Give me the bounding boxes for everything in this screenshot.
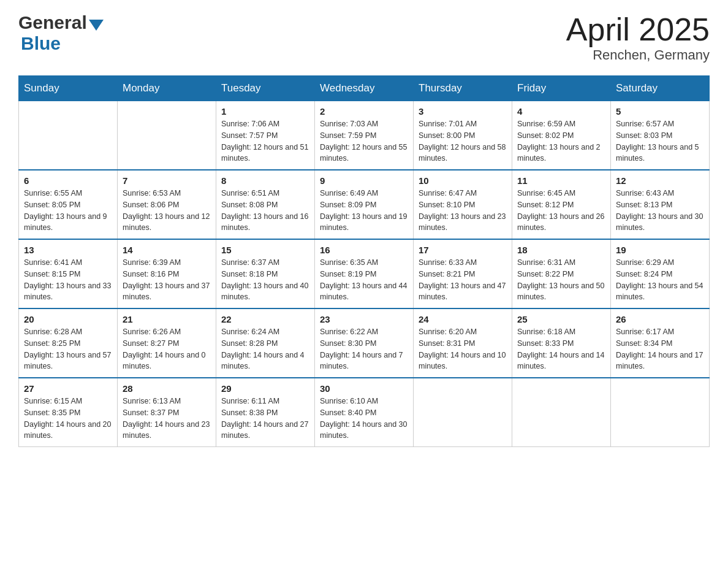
day-number: 22 [221,314,309,324]
calendar-week-2: 6Sunrise: 6:55 AMSunset: 8:05 PMDaylight… [19,170,710,239]
day-number: 1 [221,106,309,117]
calendar-cell: 7Sunrise: 6:53 AMSunset: 8:06 PMDaylight… [118,170,216,239]
day-number: 24 [419,314,507,324]
calendar-table: SundayMondayTuesdayWednesdayThursdayFrid… [18,75,710,447]
weekday-header-sunday: Sunday [19,76,118,101]
day-number: 30 [320,383,408,394]
calendar-cell [512,378,611,447]
calendar-cell: 3Sunrise: 7:01 AMSunset: 8:00 PMDaylight… [414,101,512,170]
calendar-cell [118,101,216,170]
title-section: April 2025 Renchen, Germany [566,12,710,63]
day-info: Sunrise: 6:15 AMSunset: 8:35 PMDaylight:… [24,396,112,442]
day-number: 20 [24,314,112,324]
day-number: 19 [616,245,704,255]
calendar-cell: 28Sunrise: 6:13 AMSunset: 8:37 PMDayligh… [118,378,216,447]
day-info: Sunrise: 6:26 AMSunset: 8:27 PMDaylight:… [123,326,211,372]
calendar-cell: 21Sunrise: 6:26 AMSunset: 8:27 PMDayligh… [118,308,216,378]
day-info: Sunrise: 6:13 AMSunset: 8:37 PMDaylight:… [123,396,211,442]
calendar-cell: 24Sunrise: 6:20 AMSunset: 8:31 PMDayligh… [414,308,512,378]
calendar-week-5: 27Sunrise: 6:15 AMSunset: 8:35 PMDayligh… [19,378,710,447]
page-header: General Blue April 2025 Renchen, Germany [18,12,710,63]
day-info: Sunrise: 6:41 AMSunset: 8:15 PMDaylight:… [24,257,112,303]
calendar-cell [611,378,710,447]
calendar-cell: 23Sunrise: 6:22 AMSunset: 8:30 PMDayligh… [315,308,414,378]
weekday-header-tuesday: Tuesday [216,76,315,101]
day-number: 8 [221,175,309,186]
day-info: Sunrise: 6:59 AMSunset: 8:02 PMDaylight:… [517,118,605,164]
day-info: Sunrise: 6:22 AMSunset: 8:30 PMDaylight:… [320,326,408,372]
calendar-cell: 25Sunrise: 6:18 AMSunset: 8:33 PMDayligh… [512,308,611,378]
day-info: Sunrise: 7:06 AMSunset: 7:57 PMDaylight:… [221,118,309,164]
weekday-header-row: SundayMondayTuesdayWednesdayThursdayFrid… [19,76,710,101]
weekday-header-wednesday: Wednesday [315,76,414,101]
weekday-header-thursday: Thursday [414,76,512,101]
day-number: 4 [517,106,605,117]
calendar-cell: 15Sunrise: 6:37 AMSunset: 8:18 PMDayligh… [216,239,315,308]
weekday-header-monday: Monday [118,76,216,101]
day-info: Sunrise: 7:03 AMSunset: 7:59 PMDaylight:… [320,118,408,164]
calendar-cell: 5Sunrise: 6:57 AMSunset: 8:03 PMDaylight… [611,101,710,170]
day-number: 6 [24,175,112,186]
calendar-cell: 1Sunrise: 7:06 AMSunset: 7:57 PMDaylight… [216,101,315,170]
day-info: Sunrise: 6:45 AMSunset: 8:12 PMDaylight:… [517,188,605,234]
calendar-cell: 2Sunrise: 7:03 AMSunset: 7:59 PMDaylight… [315,101,414,170]
day-number: 15 [221,245,309,255]
day-number: 5 [616,106,704,117]
day-number: 16 [320,245,408,255]
day-number: 3 [419,106,507,117]
day-number: 18 [517,245,605,255]
day-info: Sunrise: 6:11 AMSunset: 8:38 PMDaylight:… [221,396,309,442]
calendar-cell: 29Sunrise: 6:11 AMSunset: 8:38 PMDayligh… [216,378,315,447]
day-info: Sunrise: 6:18 AMSunset: 8:33 PMDaylight:… [517,326,605,372]
day-number: 27 [24,383,112,394]
weekday-header-friday: Friday [512,76,611,101]
calendar-cell: 16Sunrise: 6:35 AMSunset: 8:19 PMDayligh… [315,239,414,308]
day-info: Sunrise: 6:43 AMSunset: 8:13 PMDaylight:… [616,188,704,234]
calendar-cell: 18Sunrise: 6:31 AMSunset: 8:22 PMDayligh… [512,239,611,308]
day-info: Sunrise: 6:29 AMSunset: 8:24 PMDaylight:… [616,257,704,303]
day-number: 12 [616,175,704,186]
day-number: 9 [320,175,408,186]
logo: General Blue [18,12,104,54]
calendar-cell: 11Sunrise: 6:45 AMSunset: 8:12 PMDayligh… [512,170,611,239]
day-number: 26 [616,314,704,324]
day-info: Sunrise: 6:47 AMSunset: 8:10 PMDaylight:… [419,188,507,234]
calendar-cell: 26Sunrise: 6:17 AMSunset: 8:34 PMDayligh… [611,308,710,378]
day-number: 23 [320,314,408,324]
weekday-header-saturday: Saturday [611,76,710,101]
calendar-cell: 6Sunrise: 6:55 AMSunset: 8:05 PMDaylight… [19,170,118,239]
calendar-cell: 14Sunrise: 6:39 AMSunset: 8:16 PMDayligh… [118,239,216,308]
day-number: 28 [123,383,211,394]
day-info: Sunrise: 6:51 AMSunset: 8:08 PMDaylight:… [221,188,309,234]
calendar-cell: 30Sunrise: 6:10 AMSunset: 8:40 PMDayligh… [315,378,414,447]
day-info: Sunrise: 6:53 AMSunset: 8:06 PMDaylight:… [123,188,211,234]
location: Renchen, Germany [566,47,710,63]
day-info: Sunrise: 6:28 AMSunset: 8:25 PMDaylight:… [24,326,112,372]
calendar-cell: 17Sunrise: 6:33 AMSunset: 8:21 PMDayligh… [414,239,512,308]
logo-triangle-icon [89,20,104,31]
day-info: Sunrise: 6:20 AMSunset: 8:31 PMDaylight:… [419,326,507,372]
day-info: Sunrise: 6:10 AMSunset: 8:40 PMDaylight:… [320,396,408,442]
day-info: Sunrise: 6:55 AMSunset: 8:05 PMDaylight:… [24,188,112,234]
calendar-cell: 8Sunrise: 6:51 AMSunset: 8:08 PMDaylight… [216,170,315,239]
calendar-week-1: 1Sunrise: 7:06 AMSunset: 7:57 PMDaylight… [19,101,710,170]
logo-general-text: General [18,12,87,33]
logo-blue-text: Blue [21,33,61,54]
day-number: 29 [221,383,309,394]
calendar-cell [19,101,118,170]
day-info: Sunrise: 6:37 AMSunset: 8:18 PMDaylight:… [221,257,309,303]
day-info: Sunrise: 6:24 AMSunset: 8:28 PMDaylight:… [221,326,309,372]
calendar-cell: 13Sunrise: 6:41 AMSunset: 8:15 PMDayligh… [19,239,118,308]
day-number: 7 [123,175,211,186]
day-info: Sunrise: 6:49 AMSunset: 8:09 PMDaylight:… [320,188,408,234]
day-info: Sunrise: 6:57 AMSunset: 8:03 PMDaylight:… [616,118,704,164]
calendar-week-3: 13Sunrise: 6:41 AMSunset: 8:15 PMDayligh… [19,239,710,308]
day-info: Sunrise: 6:39 AMSunset: 8:16 PMDaylight:… [123,257,211,303]
calendar-cell [414,378,512,447]
calendar-cell: 12Sunrise: 6:43 AMSunset: 8:13 PMDayligh… [611,170,710,239]
calendar-cell: 27Sunrise: 6:15 AMSunset: 8:35 PMDayligh… [19,378,118,447]
calendar-week-4: 20Sunrise: 6:28 AMSunset: 8:25 PMDayligh… [19,308,710,378]
calendar-cell: 10Sunrise: 6:47 AMSunset: 8:10 PMDayligh… [414,170,512,239]
day-number: 21 [123,314,211,324]
day-number: 17 [419,245,507,255]
